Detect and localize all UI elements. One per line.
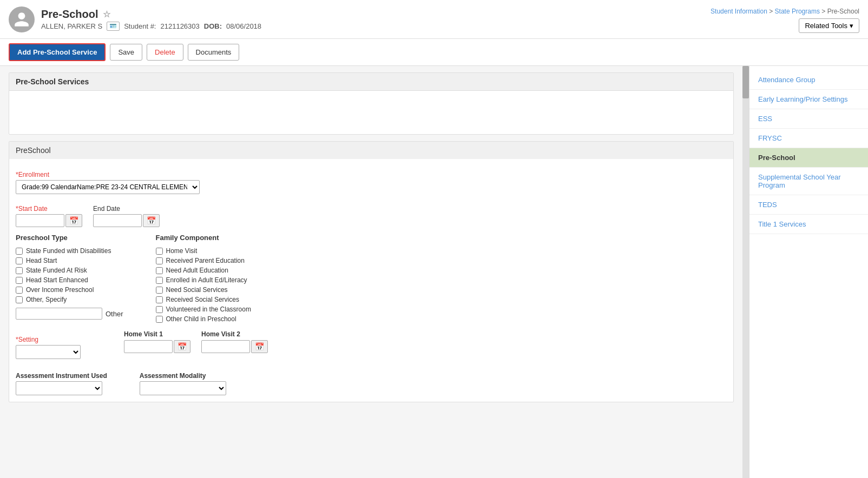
sidebar-item-ess[interactable]: ESS [749, 109, 868, 129]
checkbox-state-funded-at-risk-label: State Funded At Risk [26, 267, 87, 274]
checkbox-columns: Preschool Type State Funded with Disabil… [16, 234, 727, 323]
checkbox-other-child-preschool-input[interactable] [156, 316, 163, 323]
checkbox-head-start-enhanced-label: Head Start Enhanced [26, 276, 88, 284]
home-visit1-input[interactable] [124, 340, 173, 353]
add-preschool-service-button[interactable]: Add Pre-School Service [9, 43, 106, 61]
other-specify-input[interactable] [16, 308, 102, 320]
title-text: Pre-School [41, 8, 98, 21]
setting-select[interactable] [16, 345, 81, 359]
assessment-modality-select[interactable] [140, 381, 226, 395]
home-visit2-label: Home Visit 2 [201, 330, 268, 338]
sidebar-item-teds[interactable]: TEDS [749, 195, 868, 215]
scrollbar-thumb[interactable] [742, 66, 749, 98]
assessment-instrument-select[interactable] [16, 381, 102, 395]
breadcrumb-sep1: > [769, 8, 773, 15]
favorite-star-icon[interactable]: ☆ [103, 9, 110, 19]
sidebar-item-early-learning[interactable]: Early Learning/Prior Settings [749, 90, 868, 109]
checkbox-received-social-services-input[interactable] [156, 296, 163, 303]
dob-value: 08/06/2018 [226, 22, 261, 30]
checkbox-enrolled-adult-literacy-label: Enrolled in Adult Ed/Literacy [166, 276, 247, 284]
documents-button[interactable]: Documents [188, 44, 240, 61]
sidebar-item-preschool[interactable]: Pre-School [749, 148, 868, 168]
breadcrumb-sep2: > [821, 8, 825, 15]
main-layout: Pre-School Services PreSchool *Enrollmen… [0, 66, 868, 478]
checkbox-state-funded-disabilities-input[interactable] [16, 248, 23, 255]
checkbox-received-social-services-label: Received Social Services [166, 296, 239, 303]
checkbox-head-start-input[interactable] [16, 257, 23, 264]
breadcrumb: Student Information > State Programs > P… [711, 5, 859, 15]
scroll-container: Pre-School Services PreSchool *Enrollmen… [0, 66, 749, 478]
checkbox-need-adult-education-label: Need Adult Education [166, 267, 228, 274]
checkbox-other-specify-label: Other, Specify [26, 296, 67, 303]
header-info: Pre-School ☆ ALLEN, PARKER S 🪪 Student #… [41, 8, 711, 31]
home-visit2-input-group: 📅 [201, 340, 268, 353]
other-label: Other [106, 310, 123, 318]
checkbox-home-visit-label: Home Visit [166, 247, 198, 255]
sidebar-item-title1[interactable]: Title 1 Services [749, 215, 868, 234]
sidebar-item-supplemental[interactable]: Supplemental School Year Program [749, 168, 868, 195]
checkbox-need-social-services-input[interactable] [156, 287, 163, 294]
checkbox-enrolled-adult-literacy: Enrolled in Adult Ed/Literacy [156, 276, 251, 284]
checkbox-enrolled-adult-literacy-input[interactable] [156, 277, 163, 284]
home-visit1-calendar-button[interactable]: 📅 [174, 340, 190, 353]
checkbox-other-specify-input[interactable] [16, 296, 23, 303]
checkbox-other-child-preschool-label: Other Child in Preschool [166, 315, 236, 323]
assessment-modality-group: Assessment Modality [140, 367, 226, 395]
delete-button[interactable]: Delete [147, 44, 183, 61]
related-tools-button[interactable]: Related Tools ▾ [799, 18, 859, 33]
checkbox-state-funded-disabilities: State Funded with Disabilities [16, 247, 123, 255]
checkbox-home-visit: Home Visit [156, 247, 251, 255]
sidebar: Attendance Group Early Learning/Prior Se… [749, 66, 868, 478]
checkbox-received-parent-education-label: Received Parent Education [166, 257, 245, 264]
start-date-group: *Start Date 📅 [16, 200, 82, 227]
sidebar-item-attendance-group[interactable]: Attendance Group [749, 70, 868, 90]
end-date-input[interactable] [93, 214, 142, 227]
dob-label: DOB: [204, 22, 222, 30]
checkbox-received-parent-education: Received Parent Education [156, 257, 251, 264]
enrollment-select[interactable]: Grade:99 CalendarName:PRE 23-24 CENTRAL … [16, 180, 200, 194]
home-visit1-group: Home Visit 1 📅 [124, 330, 190, 353]
related-tools-label: Related Tools [805, 22, 847, 30]
checkbox-need-adult-education: Need Adult Education [156, 267, 251, 274]
form-section-title: PreSchool [9, 142, 733, 159]
home-visit1-input-group: 📅 [124, 340, 190, 353]
start-date-calendar-button[interactable]: 📅 [65, 214, 82, 227]
checkbox-state-funded-at-risk-input[interactable] [16, 267, 23, 274]
student-id-value: 2121126303 [160, 22, 199, 30]
student-id-label: Student #: [124, 22, 156, 30]
breadcrumb-state-programs[interactable]: State Programs [775, 8, 820, 15]
checkbox-head-start-enhanced: Head Start Enhanced [16, 276, 123, 284]
content-area: Pre-School Services PreSchool *Enrollmen… [0, 66, 742, 478]
checkbox-other-child-preschool: Other Child in Preschool [156, 315, 251, 323]
checkbox-volunteered-classroom-input[interactable] [156, 306, 163, 313]
start-date-label: *Start Date [16, 205, 82, 213]
checkbox-over-income-preschool-input[interactable] [16, 287, 23, 294]
start-date-input[interactable] [16, 214, 64, 227]
breadcrumb-current: Pre-School [827, 8, 859, 15]
services-panel-title: Pre-School Services [9, 73, 733, 91]
end-date-label: End Date [93, 205, 160, 213]
family-component-group: Family Component Home Visit Received Par… [156, 234, 251, 323]
preschool-services-panel: Pre-School Services [9, 72, 734, 135]
checkbox-head-start-enhanced-input[interactable] [16, 277, 23, 284]
setting-label: *Setting [16, 336, 81, 343]
breadcrumb-student-info[interactable]: Student Information [711, 8, 767, 15]
checkbox-volunteered-classroom: Volunteered in the Classroom [156, 306, 251, 313]
preschool-type-group: Preschool Type State Funded with Disabil… [16, 234, 123, 323]
home-visit2-calendar-button[interactable]: 📅 [251, 340, 268, 353]
save-button[interactable]: Save [110, 44, 142, 61]
start-date-input-group: 📅 [16, 214, 82, 227]
assessment-instrument-label: Assessment Instrument Used [16, 372, 107, 380]
vertical-scrollbar[interactable] [742, 66, 749, 478]
checkbox-received-parent-education-input[interactable] [156, 257, 163, 264]
student-info: ALLEN, PARKER S 🪪 Student #: 2121126303 … [41, 22, 711, 31]
checkbox-need-social-services-label: Need Social Services [166, 286, 228, 294]
home-visit2-input[interactable] [201, 340, 250, 353]
sidebar-item-frysc[interactable]: FRYSC [749, 129, 868, 148]
checkbox-over-income-preschool-label: Over Income Preschool [26, 286, 94, 294]
toolbar: Add Pre-School Service Save Delete Docum… [0, 39, 868, 66]
checkbox-need-adult-education-input[interactable] [156, 267, 163, 274]
end-date-calendar-button[interactable]: 📅 [143, 214, 160, 227]
preschool-type-title: Preschool Type [16, 234, 123, 242]
checkbox-home-visit-input[interactable] [156, 248, 163, 255]
